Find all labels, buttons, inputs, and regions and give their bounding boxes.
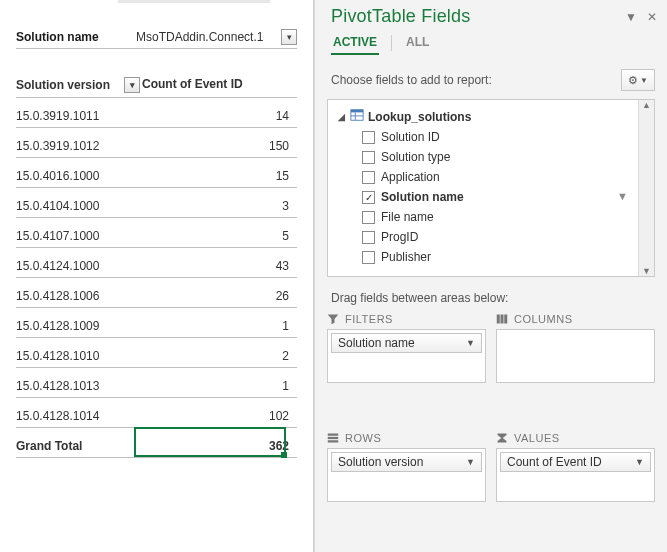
row-label: 15.0.4016.1000 [16,169,142,187]
tab-active[interactable]: ACTIVE [331,31,379,55]
field-name: Solution name [381,190,464,204]
table-row[interactable]: 15.0.4107.10005 [16,218,297,248]
row-value: 2 [142,349,297,367]
collapse-icon[interactable]: ◢ [336,112,346,122]
pivot-filter-row: Solution name MsoTDAddin.Connect.1 ▾ [16,26,297,49]
scroll-down-icon[interactable]: ▼ [642,266,651,276]
table-row[interactable]: 15.0.4128.10131 [16,368,297,398]
area-rows-title: ROWS [345,432,381,444]
field-item[interactable]: Solution type [336,147,632,167]
pivot-grand-total-row: Grand Total 362 [16,428,297,458]
tab-all[interactable]: ALL [404,31,431,55]
pivot-data-rows: 15.0.3919.10111415.0.3919.101215015.0.40… [16,98,297,428]
svg-rect-6 [504,315,507,324]
checkbox-icon[interactable] [362,151,375,164]
choose-fields-row: Choose fields to add to report: ⚙ ▼ [315,55,667,99]
area-field-pill[interactable]: Solution version▼ [331,452,482,472]
field-list: ◢ Lookup_solutions Solution IDSolution t… [328,100,638,276]
table-row[interactable]: 15.0.4128.10091 [16,308,297,338]
table-row[interactable]: 15.0.4128.10102 [16,338,297,368]
field-item[interactable]: Application [336,167,632,187]
field-name: ProgID [381,230,418,244]
area-values-box[interactable]: Count of Event ID▼ [496,448,655,502]
table-row[interactable]: 15.0.4128.1014102 [16,398,297,428]
row-label: 15.0.3919.1011 [16,109,142,127]
row-dropdown-icon[interactable]: ▾ [124,77,140,93]
field-item[interactable]: File name [336,207,632,227]
table-row[interactable]: 15.0.4104.10003 [16,188,297,218]
row-label: 15.0.4128.1006 [16,289,142,307]
checkbox-icon[interactable] [362,231,375,244]
row-value: 15 [142,169,297,187]
area-filters-title: FILTERS [345,313,393,325]
pill-label: Solution name [338,336,415,350]
area-columns-box[interactable] [496,329,655,383]
checkbox-icon[interactable] [362,131,375,144]
row-label: 15.0.4128.1010 [16,349,142,367]
pivot-header-row: Solution version ▾ Count of Event ID [16,73,297,98]
checkbox-icon[interactable] [362,171,375,184]
row-value: 1 [142,379,297,397]
chevron-down-icon[interactable]: ▼ [466,457,475,467]
field-item[interactable]: ProgID [336,227,632,247]
checkbox-icon[interactable] [362,251,375,264]
field-list-scrollbar[interactable]: ▲ ▼ [638,100,654,276]
pane-header: PivotTable Fields ▼ ✕ [315,0,667,27]
pane-title: PivotTable Fields [331,6,470,27]
pivot-filter-value: MsoTDAddin.Connect.1 [136,28,263,46]
fields-layout-button[interactable]: ⚙ ▼ [621,69,655,91]
row-value: 1 [142,319,297,337]
field-item[interactable]: Solution name▼ [336,187,632,207]
area-columns-title: COLUMNS [514,313,573,325]
chevron-down-icon[interactable]: ▼ [635,457,644,467]
field-name: Publisher [381,250,431,264]
field-name: Solution type [381,150,450,164]
table-row[interactable]: 15.0.4016.100015 [16,158,297,188]
drop-areas: FILTERS Solution name▼ COLUMNS ROWS Solu… [315,313,667,552]
svg-rect-7 [328,433,339,435]
row-value: 26 [142,289,297,307]
table-row[interactable]: 15.0.3919.1012150 [16,128,297,158]
area-field-pill[interactable]: Solution name▼ [331,333,482,353]
pane-options-icon[interactable]: ▼ [625,10,637,24]
area-values: VALUES Count of Event ID▼ [496,432,655,541]
table-row[interactable]: 15.0.4124.100043 [16,248,297,278]
scroll-up-icon[interactable]: ▲ [642,100,651,110]
pill-label: Count of Event ID [507,455,602,469]
field-list-box: ◢ Lookup_solutions Solution IDSolution t… [327,99,655,277]
gear-icon: ⚙ [628,74,638,87]
filter-icon [327,313,339,325]
table-row[interactable]: 15.0.4128.100626 [16,278,297,308]
field-item[interactable]: Publisher [336,247,632,267]
area-values-title: VALUES [514,432,560,444]
area-filters-box[interactable]: Solution name▼ [327,329,486,383]
drag-fields-label: Drag fields between areas below: [315,277,667,313]
row-label: 15.0.4104.1000 [16,199,142,217]
pane-window-buttons: ▼ ✕ [625,10,657,24]
close-icon[interactable]: ✕ [647,10,657,24]
table-node[interactable]: ◢ Lookup_solutions [336,106,632,127]
area-rows-box[interactable]: Solution version▼ [327,448,486,502]
pill-label: Solution version [338,455,423,469]
field-filter-icon[interactable]: ▼ [617,190,628,202]
filter-dropdown-icon[interactable]: ▾ [281,29,297,45]
area-field-pill[interactable]: Count of Event ID▼ [500,452,651,472]
row-label: 15.0.3919.1012 [16,139,142,157]
field-items: Solution IDSolution typeApplicationSolut… [336,127,632,267]
svg-rect-5 [501,315,504,324]
pivot-row-header[interactable]: Solution version ▾ [16,73,142,97]
pane-tabs: ACTIVE ALL [315,27,667,55]
row-value: 43 [142,259,297,277]
field-name: Application [381,170,440,184]
chevron-down-icon[interactable]: ▼ [466,338,475,348]
checkbox-icon[interactable] [362,191,375,204]
table-row[interactable]: 15.0.3919.101114 [16,98,297,128]
chevron-down-icon: ▼ [640,76,648,85]
row-label: 15.0.4128.1013 [16,379,142,397]
pivot-filter-cell[interactable]: MsoTDAddin.Connect.1 ▾ [136,26,297,48]
field-item[interactable]: Solution ID [336,127,632,147]
checkbox-icon[interactable] [362,211,375,224]
row-value: 150 [142,139,297,157]
svg-rect-8 [328,436,339,438]
row-value: 102 [142,409,297,427]
